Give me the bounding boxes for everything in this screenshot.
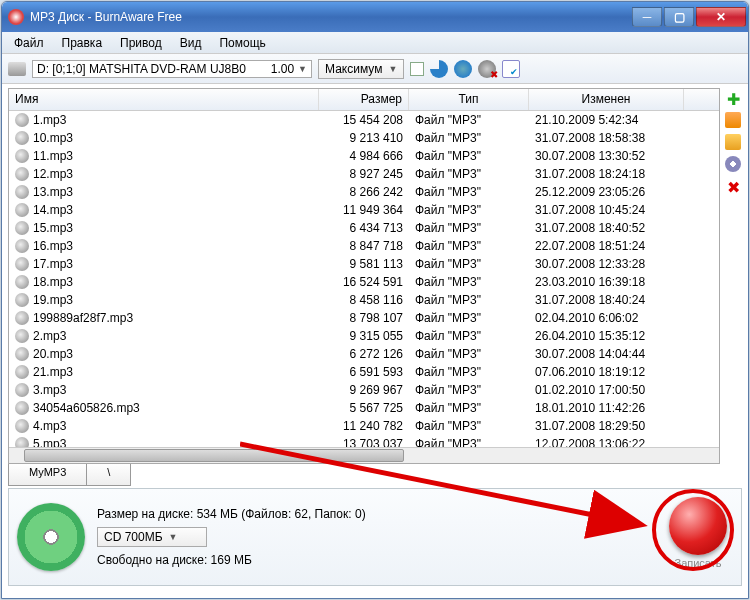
globe-icon[interactable] xyxy=(454,60,472,78)
table-row[interactable]: 16.mp38 847 718Файл "MP3"22.07.2008 18:5… xyxy=(9,237,719,255)
mp3-file-icon xyxy=(15,185,29,199)
file-name: 20.mp3 xyxy=(33,347,73,361)
column-size[interactable]: Размер xyxy=(319,89,409,110)
drive-selector[interactable]: D: [0;1;0] MATSHITA DVD-RAM UJ8B0 1.00 ▼ xyxy=(32,60,312,78)
menubar: Файл Правка Привод Вид Помощь xyxy=(2,32,748,54)
mode-selector[interactable]: Максимум ▼ xyxy=(318,59,404,79)
table-row[interactable]: 14.mp311 949 364Файл "MP3"31.07.2008 10:… xyxy=(9,201,719,219)
menu-help[interactable]: Помощь xyxy=(211,34,273,52)
file-name: 3.mp3 xyxy=(33,383,66,397)
file-name: 10.mp3 xyxy=(33,131,73,145)
file-type: Файл "MP3" xyxy=(409,365,529,379)
menu-drive[interactable]: Привод xyxy=(112,34,170,52)
add-icon[interactable]: ✚ xyxy=(725,90,741,106)
path-tab[interactable]: \ xyxy=(87,464,131,486)
disc-type-label: CD 700МБ xyxy=(104,530,163,544)
file-size: 11 240 782 xyxy=(319,419,409,433)
file-type: Файл "MP3" xyxy=(409,275,529,289)
file-size: 15 454 208 xyxy=(319,113,409,127)
table-row[interactable]: 5.mp313 703 037Файл "MP3"12.07.2008 13:0… xyxy=(9,435,719,447)
table-row[interactable]: 19.mp38 458 116Файл "MP3"31.07.2008 18:4… xyxy=(9,291,719,309)
project-tab[interactable]: MyMP3 xyxy=(8,464,87,486)
titlebar[interactable]: MP3 Диск - BurnAware Free ─ ▢ ✕ xyxy=(2,2,748,32)
table-row[interactable]: 3.mp39 269 967Файл "MP3"01.02.2010 17:00… xyxy=(9,381,719,399)
import-icon[interactable] xyxy=(725,112,741,128)
file-modified: 26.04.2010 15:35:12 xyxy=(529,329,684,343)
table-row[interactable]: 10.mp39 213 410Файл "MP3"31.07.2008 18:5… xyxy=(9,129,719,147)
table-row[interactable]: 199889af28f7.mp38 798 107Файл "MP3"02.04… xyxy=(9,309,719,327)
refresh-icon[interactable] xyxy=(430,60,448,78)
file-modified: 07.06.2010 18:19:12 xyxy=(529,365,684,379)
horizontal-scrollbar[interactable] xyxy=(9,447,719,463)
remove-icon[interactable]: ✖ xyxy=(725,178,741,194)
disc-free-line: Свободно на диске: 169 МБ xyxy=(97,553,366,567)
mode-label: Максимум xyxy=(325,62,382,76)
erase-icon[interactable]: ✖ xyxy=(478,60,496,78)
minimize-button[interactable]: ─ xyxy=(632,7,662,27)
window-controls: ─ ▢ ✕ xyxy=(630,7,746,27)
maximize-button[interactable]: ▢ xyxy=(664,7,694,27)
bottom-panel: Размер на диске: 534 МБ (Файлов: 62, Пап… xyxy=(8,488,742,586)
table-row[interactable]: 20.mp36 272 126Файл "MP3"30.07.2008 14:0… xyxy=(9,345,719,363)
scroll-thumb[interactable] xyxy=(24,449,404,462)
verify-checkbox[interactable] xyxy=(410,62,424,76)
file-size: 13 703 037 xyxy=(319,437,409,447)
disc-type-selector[interactable]: CD 700МБ ▼ xyxy=(97,527,207,547)
file-modified: 30.07.2008 13:30:52 xyxy=(529,149,684,163)
file-name: 21.mp3 xyxy=(33,365,73,379)
file-name: 5.mp3 xyxy=(33,437,66,447)
file-modified: 23.03.2010 16:39:18 xyxy=(529,275,684,289)
mp3-file-icon xyxy=(15,131,29,145)
file-type: Файл "MP3" xyxy=(409,257,529,271)
file-type: Файл "MP3" xyxy=(409,131,529,145)
file-modified: 22.07.2008 18:51:24 xyxy=(529,239,684,253)
options-icon[interactable]: ✔ xyxy=(502,60,520,78)
mp3-file-icon xyxy=(15,365,29,379)
table-row[interactable]: 34054a605826.mp35 567 725Файл "MP3"18.01… xyxy=(9,399,719,417)
mp3-file-icon xyxy=(15,239,29,253)
burn-button[interactable]: Записать xyxy=(669,497,727,569)
file-list[interactable]: Имя Размер Тип Изменен 1.mp315 454 208Фа… xyxy=(8,88,720,464)
table-row[interactable]: 4.mp311 240 782Файл "MP3"31.07.2008 18:2… xyxy=(9,417,719,435)
file-size: 5 567 725 xyxy=(319,401,409,415)
file-type: Файл "MP3" xyxy=(409,167,529,181)
file-modified: 02.04.2010 6:06:02 xyxy=(529,311,684,325)
close-button[interactable]: ✕ xyxy=(696,7,746,27)
mp3-file-icon xyxy=(15,311,29,325)
file-type: Файл "MP3" xyxy=(409,203,529,217)
file-name: 4.mp3 xyxy=(33,419,66,433)
table-row[interactable]: 15.mp36 434 713Файл "MP3"31.07.2008 18:4… xyxy=(9,219,719,237)
column-type[interactable]: Тип xyxy=(409,89,529,110)
file-size: 9 269 967 xyxy=(319,383,409,397)
file-size: 11 949 364 xyxy=(319,203,409,217)
table-row[interactable]: 21.mp36 591 593Файл "MP3"07.06.2010 18:1… xyxy=(9,363,719,381)
column-name[interactable]: Имя xyxy=(9,89,319,110)
menu-edit[interactable]: Правка xyxy=(54,34,111,52)
list-header: Имя Размер Тип Изменен xyxy=(9,89,719,111)
menu-file[interactable]: Файл xyxy=(6,34,52,52)
file-size: 16 524 591 xyxy=(319,275,409,289)
table-row[interactable]: 17.mp39 581 113Файл "MP3"30.07.2008 12:3… xyxy=(9,255,719,273)
list-body[interactable]: 1.mp315 454 208Файл "MP3"21.10.2009 5:42… xyxy=(9,111,719,447)
file-name: 199889af28f7.mp3 xyxy=(33,311,133,325)
table-row[interactable]: 13.mp38 266 242Файл "MP3"25.12.2009 23:0… xyxy=(9,183,719,201)
mp3-file-icon xyxy=(15,419,29,433)
file-type: Файл "MP3" xyxy=(409,185,529,199)
table-row[interactable]: 1.mp315 454 208Файл "MP3"21.10.2009 5:42… xyxy=(9,111,719,129)
table-row[interactable]: 18.mp316 524 591Файл "MP3"23.03.2010 16:… xyxy=(9,273,719,291)
column-modified[interactable]: Изменен xyxy=(529,89,684,110)
table-row[interactable]: 12.mp38 927 245Файл "MP3"31.07.2008 18:2… xyxy=(9,165,719,183)
menu-view[interactable]: Вид xyxy=(172,34,210,52)
mp3-file-icon xyxy=(15,383,29,397)
project-tabs: MyMP3 \ xyxy=(8,464,742,486)
file-modified: 31.07.2008 18:24:18 xyxy=(529,167,684,181)
folder-icon[interactable] xyxy=(725,134,741,150)
file-type: Файл "MP3" xyxy=(409,437,529,447)
disc-icon[interactable] xyxy=(725,156,741,172)
file-name: 17.mp3 xyxy=(33,257,73,271)
table-row[interactable]: 2.mp39 315 055Файл "MP3"26.04.2010 15:35… xyxy=(9,327,719,345)
chevron-down-icon: ▼ xyxy=(298,64,307,74)
table-row[interactable]: 11.mp34 984 666Файл "MP3"30.07.2008 13:3… xyxy=(9,147,719,165)
file-size: 6 272 126 xyxy=(319,347,409,361)
file-type: Файл "MP3" xyxy=(409,401,529,415)
